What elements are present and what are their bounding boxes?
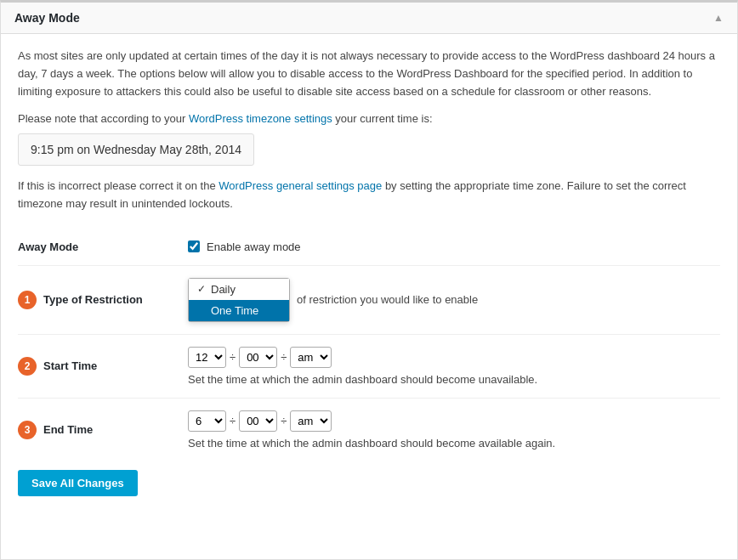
panel-body: As most sites are only updated at certai… <box>1 34 737 513</box>
start-period-select[interactable]: ampm <box>290 347 332 368</box>
panel-header: Away Mode ▲ <box>1 3 737 34</box>
type-restriction-label: Type of Restriction <box>43 293 143 306</box>
save-all-changes-button[interactable]: Save All Changes <box>18 470 138 496</box>
enable-away-mode-checkbox[interactable] <box>188 240 200 252</box>
timezone-settings-link[interactable]: WordPress timezone settings <box>189 112 332 125</box>
start-hour-separator: ÷ <box>230 351 236 364</box>
start-time-row: 2 Start Time 1234 5678 9101112 ÷ 0015304… <box>18 334 720 398</box>
away-mode-row: Away Mode Enable away mode <box>18 229 720 266</box>
away-mode-label: Away Mode <box>18 229 188 266</box>
incorrect-note: If this is incorrect please correct it o… <box>18 178 720 213</box>
dropdown-option-daily[interactable]: ✓ Daily <box>189 279 289 300</box>
daily-checkmark: ✓ <box>197 283 207 295</box>
end-minute-select[interactable]: 00153045 <box>239 410 277 432</box>
settings-table: Away Mode Enable away mode 1 Type of Res… <box>18 229 720 461</box>
start-time-selects: 1234 5678 9101112 ÷ 00153045 ÷ ampm <box>188 347 720 368</box>
start-minute-separator: ÷ <box>281 351 287 364</box>
timezone-note-suffix: your current time is: <box>332 112 433 125</box>
restriction-dropdown[interactable]: ✓ Daily One Time <box>188 278 290 322</box>
end-hour-select[interactable]: 1234 5678 9101112 <box>188 410 226 432</box>
end-time-control: 1234 5678 9101112 ÷ 00153045 ÷ ampm <box>188 398 720 461</box>
panel-title: Away Mode <box>14 11 80 25</box>
start-hour-select[interactable]: 1234 5678 9101112 <box>188 347 226 368</box>
incorrect-note-prefix: If this is incorrect please correct it o… <box>18 179 219 192</box>
start-time-label: Start Time <box>43 359 97 372</box>
start-time-label-cell: 2 Start Time <box>18 334 188 398</box>
end-hour-separator: ÷ <box>230 415 236 427</box>
general-settings-link[interactable]: WordPress general settings page <box>219 179 382 192</box>
away-mode-panel: Away Mode ▲ As most sites are only updat… <box>0 0 738 560</box>
collapse-icon[interactable]: ▲ <box>713 12 724 24</box>
type-restriction-row: 1 Type of Restriction ✓ Daily <box>18 265 720 334</box>
start-time-label-wrapper: 2 Start Time <box>18 357 179 376</box>
type-restriction-label-cell: 1 Type of Restriction <box>18 265 188 334</box>
away-mode-control: Enable away mode <box>188 229 720 266</box>
restriction-badge: 1 <box>18 291 37 309</box>
timezone-note-prefix: Please note that according to your <box>18 112 189 125</box>
end-time-selects: 1234 5678 9101112 ÷ 00153045 ÷ ampm <box>188 410 720 432</box>
enable-away-mode-row: Enable away mode <box>188 240 720 253</box>
dropdown-daily-label: Daily <box>211 283 236 296</box>
type-restriction-label-wrapper: 1 Type of Restriction <box>18 291 179 309</box>
start-time-badge: 2 <box>18 357 37 376</box>
start-time-hint: Set the time at which the admin dashboar… <box>188 373 720 386</box>
start-minute-select[interactable]: 00153045 <box>239 347 277 368</box>
dropdown-onetime-label: One Time <box>211 304 258 317</box>
description-text: As most sites are only updated at certai… <box>18 48 720 100</box>
end-time-hint: Set the time at which the admin dashboar… <box>188 437 720 450</box>
current-time-display: 9:15 pm on Wednesday May 28th, 2014 <box>18 133 254 166</box>
end-time-label-cell: 3 End Time <box>18 398 188 461</box>
end-period-select[interactable]: ampm <box>290 410 332 432</box>
end-time-label: End Time <box>43 423 93 436</box>
dropdown-option-onetime[interactable]: One Time <box>189 300 289 321</box>
end-time-badge: 3 <box>18 421 37 439</box>
dropdown-and-hint: ✓ Daily One Time of restriction you wou <box>188 278 720 322</box>
end-time-row: 3 End Time 1234 5678 9101112 ÷ 00153045 <box>18 398 720 461</box>
start-time-control: 1234 5678 9101112 ÷ 00153045 ÷ ampm <box>188 334 720 398</box>
restriction-dropdown-container: ✓ Daily One Time <box>188 278 290 322</box>
timezone-note: Please note that according to your WordP… <box>18 112 720 125</box>
type-restriction-control: ✓ Daily One Time of restriction you wou <box>188 265 720 334</box>
restriction-hint: of restriction you would like to enable <box>297 293 478 306</box>
end-minute-separator: ÷ <box>281 415 287 427</box>
end-time-label-wrapper: 3 End Time <box>18 421 179 439</box>
enable-away-mode-label: Enable away mode <box>207 240 301 253</box>
